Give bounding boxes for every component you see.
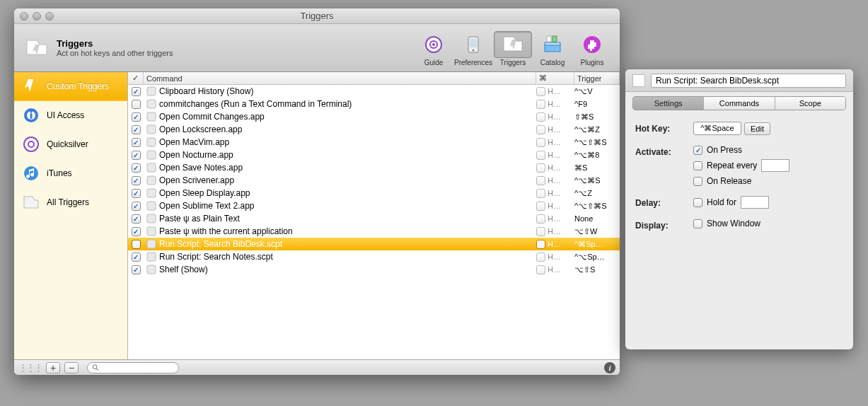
table-row[interactable]: Paste ψ as Plain TextH…None — [128, 212, 620, 225]
tab-scope[interactable]: Scope — [775, 97, 845, 110]
minimize-button[interactable] — [33, 12, 41, 21]
table-row[interactable]: commitchanges (Run a Text Command in Ter… — [128, 98, 620, 110]
info-button[interactable]: i — [604, 362, 615, 373]
toolbar-triggers[interactable]: Triggers — [494, 30, 532, 66]
enabled-checkbox[interactable] — [132, 100, 141, 109]
repeat-value[interactable] — [761, 159, 789, 172]
holdfor-checkbox[interactable]: Hold for — [693, 196, 843, 209]
table-row[interactable]: Open Scrivener.appH…^⌥⌘S — [128, 174, 620, 187]
command-label: commitchanges (Run a Text Command in Ter… — [159, 99, 352, 109]
table-row[interactable]: Open Commit Changes.appH…⇧⌘S — [128, 110, 620, 123]
enabled-checkbox[interactable] — [132, 240, 141, 249]
toolbar-preferences[interactable]: Preferences — [454, 30, 492, 66]
sidebar-item-qs[interactable]: Quicksilver — [14, 130, 127, 159]
svg-rect-31 — [147, 253, 156, 261]
scope-checkbox[interactable] — [536, 125, 545, 134]
col-scope[interactable]: ⌘ — [536, 72, 574, 84]
enabled-checkbox[interactable] — [132, 214, 141, 224]
col-command[interactable]: Command — [144, 72, 536, 84]
remove-button[interactable]: − — [64, 362, 79, 373]
toolbar-catalog[interactable]: Catalog — [533, 30, 572, 66]
sidebar-item-label: Quicksilver — [47, 139, 88, 149]
enabled-checkbox[interactable] — [132, 202, 141, 211]
enabled-checkbox[interactable] — [132, 253, 141, 262]
guide-icon — [415, 31, 453, 58]
repeat-checkbox[interactable]: Repeat every — [693, 159, 843, 172]
trigger-label: ^F9 — [574, 100, 620, 108]
col-trigger[interactable]: Trigger — [574, 72, 620, 84]
sidebar-item-all[interactable]: All Triggers — [14, 188, 127, 217]
showwindow-checkbox[interactable]: Show Window — [693, 219, 843, 228]
table-row[interactable]: Open Sleep Display.appH…^⌥Z — [128, 187, 620, 199]
custom-icon — [21, 76, 41, 96]
toolbar-subtitle: Act on hot keys and other triggers — [57, 49, 173, 57]
scope-checkbox[interactable] — [536, 189, 545, 198]
svg-point-13 — [30, 110, 33, 113]
svg-rect-25 — [147, 176, 156, 185]
table-row[interactable]: Open Sublime Text 2.appH…^⌥⇧⌘S — [128, 199, 620, 212]
enabled-checkbox[interactable] — [132, 227, 141, 236]
search-field[interactable] — [87, 362, 179, 373]
tab-commands[interactable]: Commands — [704, 97, 775, 110]
scope-checkbox[interactable] — [536, 163, 545, 173]
enabled-checkbox[interactable] — [132, 189, 141, 198]
table-row[interactable]: Run Script: Search BibDesk.scptH…^⌘Sp… — [128, 238, 620, 250]
enabled-checkbox[interactable] — [132, 151, 141, 160]
scope-checkbox[interactable] — [536, 176, 545, 185]
sidebar-item-label: All Triggers — [47, 197, 89, 207]
svg-rect-26 — [147, 189, 156, 197]
scope-checkbox[interactable] — [536, 253, 545, 262]
table-row[interactable]: Run Script: Search Notes.scptH…^⌥Sp… — [128, 250, 620, 263]
holdfor-value[interactable] — [741, 196, 769, 209]
list-rows: Clipboard History (Show)H…^⌥Vcommitchang… — [128, 85, 620, 359]
edit-button[interactable]: Edit — [744, 122, 770, 135]
scope-checkbox[interactable] — [536, 100, 545, 109]
enabled-checkbox[interactable] — [132, 176, 141, 185]
svg-rect-19 — [147, 100, 156, 108]
toolbar-plugins[interactable]: Plugins — [573, 30, 611, 66]
onrelease-checkbox[interactable]: On Release — [693, 176, 843, 186]
close-button[interactable] — [20, 12, 28, 21]
table-row[interactable]: Paste ψ with the current applicationH…⌥⇧… — [128, 225, 620, 238]
titlebar[interactable]: Triggers — [14, 8, 620, 24]
scope-checkbox[interactable] — [536, 202, 545, 211]
table-row[interactable]: Open Lockscreen.appH…^⌥⌘Z — [128, 123, 620, 136]
table-row[interactable]: Shelf (Show)H…⌥⇧S — [128, 263, 620, 276]
toolbar-title: Triggers — [57, 38, 173, 49]
enabled-checkbox[interactable] — [132, 265, 141, 274]
enabled-checkbox[interactable] — [132, 125, 141, 134]
table-row[interactable]: Open Save Notes.appH…⌘S — [128, 161, 620, 174]
table-row[interactable]: Open MacVim.appH…^⌥⇧⌘S — [128, 136, 620, 149]
onpress-checkbox[interactable]: On Press — [693, 145, 843, 155]
scope-checkbox[interactable] — [536, 240, 545, 249]
scope-checkbox[interactable] — [536, 138, 545, 147]
sidebar-item-label: Custom Triggers — [47, 81, 109, 91]
hotkey-value[interactable]: ^⌘Space — [693, 122, 741, 135]
add-button[interactable]: + — [46, 362, 60, 373]
enabled-checkbox[interactable] — [132, 138, 141, 147]
search-input[interactable] — [102, 364, 174, 372]
toolbar: Triggers Act on hot keys and other trigg… — [14, 24, 620, 72]
col-enabled[interactable]: ✓ — [128, 72, 144, 84]
sidebar-item-custom[interactable]: Custom Triggers — [14, 72, 127, 101]
sidebar-item-ui[interactable]: UI Access — [14, 101, 127, 130]
scope-checkbox[interactable] — [536, 214, 545, 224]
sizer-icon[interactable]: ⋮⋮⋮ — [18, 362, 42, 373]
enabled-checkbox[interactable] — [132, 87, 141, 96]
table-row[interactable]: Open Nocturne.appH…^⌥⌘8 — [128, 149, 620, 161]
scope-checkbox[interactable] — [536, 265, 545, 274]
svg-rect-9 — [552, 36, 557, 42]
trigger-name-input[interactable] — [651, 74, 846, 88]
scope-checkbox[interactable] — [536, 112, 545, 122]
zoom-button[interactable] — [45, 12, 54, 21]
tab-settings[interactable]: Settings — [633, 97, 704, 110]
table-row[interactable]: Clipboard History (Show)H…^⌥V — [128, 85, 620, 98]
toolbar-guide[interactable]: Guide — [415, 30, 453, 66]
scope-checkbox[interactable] — [536, 227, 545, 236]
svg-rect-8 — [547, 36, 551, 42]
scope-checkbox[interactable] — [536, 87, 545, 96]
enabled-checkbox[interactable] — [132, 163, 141, 173]
scope-checkbox[interactable] — [536, 151, 545, 160]
enabled-checkbox[interactable] — [132, 112, 141, 122]
sidebar-item-itunes[interactable]: iTunes — [14, 159, 127, 188]
